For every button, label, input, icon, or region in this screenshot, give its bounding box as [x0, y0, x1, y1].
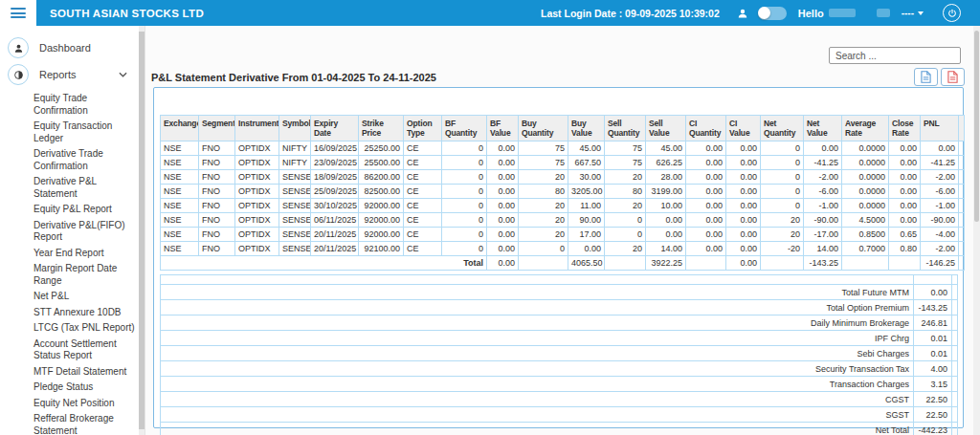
table-cell: 0.00: [686, 170, 726, 185]
summary-spacer: [952, 346, 958, 361]
table-cell: 28.00: [646, 170, 686, 185]
search-input[interactable]: [829, 47, 961, 64]
sidebar-item-reports[interactable]: Reports: [8, 62, 137, 87]
total-cell: 3922.25: [646, 256, 686, 271]
table-cell: 0.00: [686, 156, 726, 170]
table-cell: 23/09/2025: [311, 156, 359, 170]
sidebar-report-link[interactable]: MTF Detail Statement: [8, 366, 137, 379]
table-cell: 0.00: [487, 156, 519, 170]
summary-value: -143.25: [914, 300, 952, 315]
column-header: BF Quantity: [442, 116, 487, 141]
column-header: Net Quantity: [761, 116, 804, 141]
summary-spacer: [952, 331, 958, 346]
column-header: Expiry Date: [311, 116, 359, 141]
summary-label: Total Future MTM: [161, 285, 914, 300]
summary-label: Transaction Charges: [161, 377, 914, 392]
total-cell: [842, 256, 889, 271]
table-cell: NSE: [161, 185, 199, 199]
sidebar-report-link[interactable]: Pledge Status: [8, 381, 137, 394]
sidebar-report-link[interactable]: Derivative P&L Statement: [8, 176, 137, 200]
table-cell: 82500.00: [359, 185, 404, 199]
table-cell: 80: [605, 185, 646, 199]
reports-icon: [8, 64, 29, 85]
sidebar-report-link[interactable]: Year End Report: [8, 248, 137, 260]
sidebar-report-link[interactable]: Derivative Trade Confirmation: [8, 148, 137, 172]
table-cell: 0.00: [646, 213, 686, 228]
last-login-text: Last Login Date : 09-09-2025 10:39:02: [541, 8, 720, 19]
table-cell: SENSEX: [279, 185, 311, 199]
theme-toggle[interactable]: [758, 7, 787, 20]
summary-label: [161, 275, 914, 285]
table-cell: NSE: [161, 170, 199, 185]
sidebar-report-link[interactable]: STT Annexure 10DB: [8, 307, 137, 319]
export-buttons: [914, 68, 965, 86]
table-cell-spacer: [959, 141, 965, 156]
table-cell: CE: [404, 242, 442, 256]
summary-value: 0.00: [914, 285, 952, 300]
column-header: CI Quantity: [686, 116, 726, 141]
sidebar-report-link[interactable]: Equity Transaction Ledger: [8, 120, 137, 144]
table-cell: 0.0000: [842, 170, 889, 185]
table-cell: -2.00: [804, 170, 842, 185]
sidebar-report-link[interactable]: Refferal Brokerage Statement: [8, 413, 137, 435]
table-cell: 14.00: [804, 242, 842, 256]
summary-label: CGST: [161, 392, 914, 407]
table-cell: OPTIDX: [235, 141, 279, 156]
table-cell: 25/09/2025: [311, 185, 359, 199]
table-cell: 0: [442, 170, 487, 185]
excel-file-icon: [921, 71, 931, 83]
sidebar-report-link[interactable]: Margin Report Date Range: [8, 263, 137, 287]
sidebar-report-link[interactable]: LTCG (Tax PNL Report): [8, 322, 137, 335]
summary-label: SGST: [161, 407, 914, 423]
account-dropdown[interactable]: ----: [902, 8, 924, 18]
table-cell: 20/11/2025: [311, 242, 359, 256]
table-cell: -90.00: [804, 213, 842, 228]
page-scrollbar[interactable]: [973, 26, 980, 435]
table-cell: SENSEX: [279, 170, 311, 185]
sidebar-report-link[interactable]: Equity Trade Confirmation: [8, 93, 137, 117]
sidebar: Dashboard Reports Equity Trade Confirmat…: [0, 26, 145, 435]
table-cell: 0: [442, 141, 487, 156]
total-cell: -143.25: [804, 256, 842, 271]
table-cell: 0.00: [686, 141, 726, 156]
table-cell: SENSEX: [279, 199, 311, 213]
table-row: NSEFNOOPTIDXSENSEX30/10/202592000.00CE00…: [161, 199, 965, 213]
sidebar-item-label: Dashboard: [39, 42, 91, 54]
table-cell: 0: [442, 156, 487, 170]
summary-row: Sebi Charges0.01: [161, 346, 958, 361]
pdf-export-button[interactable]: [941, 68, 965, 86]
table-cell: 75: [605, 141, 646, 156]
sidebar-item-dashboard[interactable]: Dashboard: [8, 35, 137, 60]
summary-value: 4.00: [914, 361, 952, 377]
table-row: NSEFNOOPTIDXNIFTY23/09/202525500.00CE00.…: [161, 156, 965, 170]
table-cell: 0.0000: [842, 199, 889, 213]
table-cell-spacer: [959, 242, 965, 256]
logout-button[interactable]: [943, 4, 961, 22]
table-cell: 0.00: [889, 170, 921, 185]
table-cell: FNO: [199, 185, 235, 199]
table-cell: 0.0000: [842, 185, 889, 199]
main-content: P&L Statement Derivative From 01-04-2025…: [145, 26, 973, 435]
table-cell: 0.00: [487, 199, 519, 213]
hamburger-menu-button[interactable]: [0, 0, 36, 26]
sidebar-report-link[interactable]: Equity Net Position: [8, 398, 137, 410]
column-header: Close Rate: [889, 116, 921, 141]
table-cell-spacer: [959, 256, 965, 271]
table-cell: 0.00: [726, 242, 761, 256]
table-cell: FNO: [199, 170, 235, 185]
table-cell: 0.00: [889, 141, 921, 156]
summary-spacer: [952, 377, 958, 392]
sidebar-report-link[interactable]: Derivative P&L(FIFO) Report: [8, 220, 137, 244]
table-cell: 16/09/2025: [311, 141, 359, 156]
sidebar-report-link[interactable]: Equity P&L Report: [8, 204, 137, 216]
column-header: BF Value: [487, 116, 519, 141]
table-cell: OPTIDX: [235, 199, 279, 213]
sidebar-report-link[interactable]: Net P&L: [8, 291, 137, 303]
page-scrollbar-thumb[interactable]: [974, 31, 979, 222]
table-cell: NIFTY: [279, 141, 311, 156]
excel-export-button[interactable]: [914, 68, 938, 86]
summary-label: Net Total: [161, 423, 914, 435]
table-cell: CE: [404, 228, 442, 242]
sidebar-report-link[interactable]: Account Settlement Status Report: [8, 338, 137, 362]
summary-row: Total Future MTM0.00: [161, 285, 958, 300]
